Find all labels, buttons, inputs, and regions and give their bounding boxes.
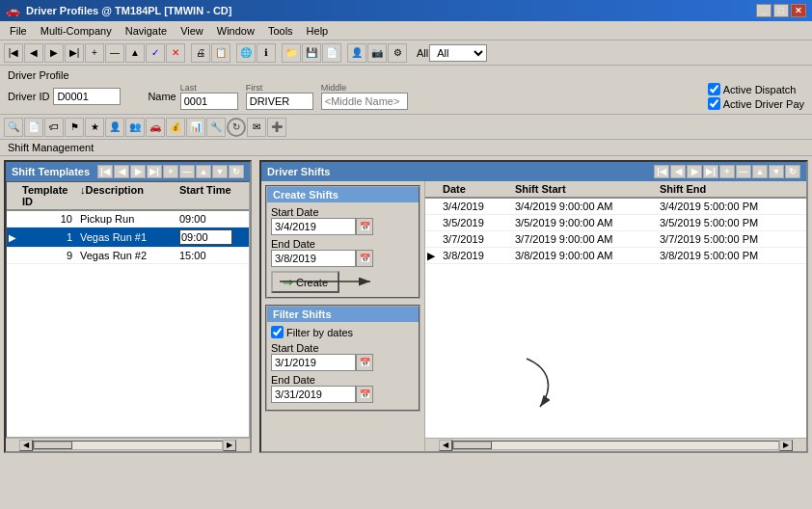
- shifts-scroll-right-btn[interactable]: ▶: [779, 440, 793, 451]
- tmpl-nav-next[interactable]: ▶: [130, 165, 146, 178]
- menu-view[interactable]: View: [175, 23, 209, 39]
- tb2-letter-btn[interactable]: ✉: [247, 118, 266, 137]
- settings-btn[interactable]: ⚙: [388, 43, 407, 63]
- menu-help[interactable]: Help: [301, 23, 335, 39]
- tb2-search-btn[interactable]: 🔍: [4, 118, 23, 137]
- save-btn[interactable]: 💾: [302, 43, 321, 63]
- tmpl-nav-prev[interactable]: ◀: [114, 165, 129, 178]
- active-driver-pay-checkbox[interactable]: [708, 97, 720, 110]
- create-start-date-input[interactable]: [271, 218, 356, 235]
- menu-navigate[interactable]: Navigate: [120, 23, 173, 39]
- add-btn[interactable]: +: [85, 43, 104, 63]
- shifts-refresh[interactable]: ↻: [785, 165, 800, 178]
- shifts-col-end[interactable]: Shift End: [660, 183, 804, 195]
- shifts-nav-next[interactable]: ▶: [687, 165, 702, 178]
- tb2-plus-btn[interactable]: ➕: [267, 118, 286, 137]
- filter-start-date-input[interactable]: [271, 354, 356, 371]
- shifts-down[interactable]: ▼: [769, 165, 784, 178]
- create-end-date-input[interactable]: [271, 250, 356, 267]
- nav-first-btn[interactable]: |◀: [4, 43, 23, 63]
- scroll-track[interactable]: [33, 441, 223, 450]
- shifts-delete[interactable]: —: [736, 165, 751, 178]
- tb2-refresh-circle-btn[interactable]: ↻: [227, 118, 246, 137]
- menu-window[interactable]: Window: [211, 23, 260, 39]
- nav-last-btn[interactable]: ▶|: [65, 43, 84, 63]
- user-btn[interactable]: 👤: [347, 43, 366, 63]
- photo-btn[interactable]: 📷: [367, 43, 387, 63]
- shifts-nav-last[interactable]: ▶|: [703, 165, 718, 178]
- last-name-input[interactable]: [180, 93, 238, 110]
- middle-name-input[interactable]: [321, 93, 408, 110]
- menu-tools[interactable]: Tools: [262, 23, 299, 39]
- shifts-scroll-thumb[interactable]: [453, 442, 492, 449]
- col-description[interactable]: ↓Description: [80, 184, 179, 207]
- filter-start-date-cal-btn[interactable]: 📅: [356, 354, 373, 371]
- shifts-up[interactable]: ▲: [752, 165, 768, 178]
- row3-description: Vegas Run #2: [80, 250, 179, 261]
- folder-btn[interactable]: 📁: [282, 43, 301, 63]
- up-btn[interactable]: ▲: [125, 43, 145, 63]
- scroll-right-btn[interactable]: ▶: [223, 440, 236, 451]
- doc-btn[interactable]: 📄: [322, 43, 341, 63]
- table-row[interactable]: ▶ 1 Vegas Run #1: [7, 228, 249, 248]
- tb2-star-btn[interactable]: ★: [85, 118, 104, 137]
- table-row: 10 Pickup Run 09:00: [7, 211, 249, 228]
- tb2-tag-btn[interactable]: 🏷: [44, 118, 64, 137]
- copy-btn[interactable]: 📋: [211, 43, 230, 63]
- shifts-scroll-left-btn[interactable]: ◀: [439, 440, 452, 451]
- shifts-add[interactable]: +: [719, 165, 735, 178]
- nav-next-btn[interactable]: ▶: [44, 43, 64, 63]
- maximize-button[interactable]: □: [773, 4, 789, 17]
- row2-description: Vegas Run #1: [80, 231, 179, 243]
- tmpl-nav-first[interactable]: |◀: [97, 165, 113, 178]
- title-bar-controls: _ □ ✕: [756, 4, 806, 17]
- shifts-nav-first[interactable]: |◀: [654, 165, 669, 178]
- create-end-date-cal-btn[interactable]: 📅: [356, 250, 373, 267]
- tmpl-add[interactable]: +: [163, 165, 178, 178]
- scroll-left-btn[interactable]: ◀: [19, 440, 33, 451]
- tmpl-delete[interactable]: —: [179, 165, 195, 178]
- create-button[interactable]: ⇒ Create: [271, 271, 339, 293]
- tb2-group-btn[interactable]: 👥: [125, 118, 145, 137]
- menu-multi-company[interactable]: Multi-Company: [35, 23, 118, 39]
- tb2-coin-btn[interactable]: 💰: [166, 118, 185, 137]
- first-name-input[interactable]: [246, 93, 313, 110]
- tmpl-nav-last[interactable]: ▶|: [147, 165, 162, 178]
- globe-btn[interactable]: 🌐: [236, 43, 256, 63]
- srow4-date: 3/8/2019: [443, 250, 515, 261]
- col-template-id[interactable]: Template ID: [22, 184, 80, 207]
- shifts-col-date[interactable]: Date: [443, 183, 515, 195]
- tmpl-down[interactable]: ▼: [212, 165, 228, 178]
- tb2-flag-btn[interactable]: ⚑: [65, 118, 84, 137]
- filter-by-dates-checkbox[interactable]: [271, 326, 284, 338]
- delete-btn[interactable]: —: [105, 43, 124, 63]
- tb2-person-btn[interactable]: 👤: [105, 118, 124, 137]
- shifts-scroll-track[interactable]: [452, 441, 779, 450]
- tmpl-up[interactable]: ▲: [196, 165, 211, 178]
- col-start-time[interactable]: Start Time: [179, 184, 247, 207]
- driver-id-input[interactable]: [53, 88, 121, 105]
- tb2-car-btn[interactable]: 🚗: [146, 118, 165, 137]
- filter-end-date-cal-btn[interactable]: 📅: [356, 386, 373, 403]
- info-btn[interactable]: ℹ: [257, 43, 276, 63]
- filter-select[interactable]: All: [429, 44, 487, 62]
- menu-file[interactable]: File: [4, 23, 33, 39]
- filter-end-date-input[interactable]: [271, 386, 356, 403]
- minimize-button[interactable]: _: [756, 4, 771, 17]
- shifts-nav-prev[interactable]: ◀: [670, 165, 686, 178]
- tmpl-refresh[interactable]: ↻: [229, 165, 244, 178]
- print-btn[interactable]: 🖨: [191, 43, 210, 63]
- create-start-date-cal-btn[interactable]: 📅: [356, 218, 373, 235]
- x-btn[interactable]: ✕: [166, 43, 185, 63]
- shifts-col-start[interactable]: Shift Start: [515, 183, 660, 195]
- check-btn[interactable]: ✓: [146, 43, 165, 63]
- tb2-wrench-btn[interactable]: 🔧: [206, 118, 226, 137]
- scroll-thumb[interactable]: [34, 442, 72, 449]
- nav-prev-btn[interactable]: ◀: [24, 43, 43, 63]
- row2-time-field[interactable]: [179, 229, 232, 245]
- active-dispatch-checkbox[interactable]: [708, 83, 720, 95]
- tb2-chart-btn[interactable]: 📊: [186, 118, 205, 137]
- close-button[interactable]: ✕: [791, 4, 806, 17]
- tb2-doc-btn[interactable]: 📄: [24, 118, 43, 137]
- row3-time: 15:00: [179, 250, 247, 261]
